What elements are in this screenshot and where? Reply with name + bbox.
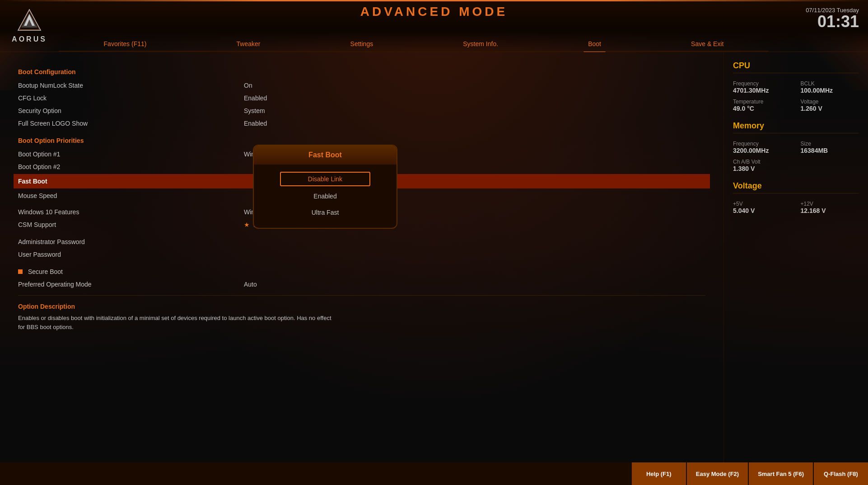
- boot2-label: Boot Option #2: [18, 163, 244, 170]
- v5-value: 5.040 V: [733, 207, 792, 214]
- fast-boot-label: Fast Boot: [18, 178, 244, 185]
- tab-tweaker[interactable]: Tweaker: [232, 38, 265, 49]
- v12-label: +12V: [801, 201, 859, 207]
- voltage-grid: +5V 5.040 V +12V 12.168 V: [733, 198, 859, 214]
- cpu-temp-value: 49.0 °C: [733, 105, 792, 112]
- option-desc-header: Option Description: [18, 303, 705, 310]
- secureboot-label: Secure Boot: [18, 268, 244, 275]
- csm-label: CSM Support: [18, 221, 244, 228]
- cpu-freq-label: Frequency: [733, 80, 792, 87]
- smart-fan-button[interactable]: Smart Fan 5 (F6): [749, 462, 813, 485]
- boot-priorities-header: Boot Option Priorities: [18, 137, 705, 144]
- logo-area: AORUS: [0, 4, 59, 48]
- popup-option-disable-link[interactable]: Disable Link: [280, 172, 370, 186]
- v12-value: 12.168 V: [801, 207, 859, 214]
- easy-mode-button[interactable]: Easy Mode (F2): [687, 462, 748, 485]
- cpu-bclk-label: BCLK: [801, 80, 859, 87]
- popup-title: Fast Boot: [254, 146, 397, 165]
- tab-save-exit[interactable]: Save & Exit: [686, 38, 728, 49]
- settings-row-prefmode: Preferred Operating Mode Auto: [18, 278, 705, 291]
- nav-tabs: Favorites (F11) Tweaker Settings System …: [59, 38, 769, 49]
- security-label: Security Option: [18, 107, 244, 114]
- nav-line: [59, 51, 769, 52]
- cpu-temp-label: Temperature: [733, 99, 792, 105]
- left-panel: Boot Configuration Bootup NumLock State …: [0, 52, 723, 462]
- settings-row-numlock: Bootup NumLock State On: [18, 79, 705, 92]
- bottom-bar: Help (F1) Easy Mode (F2) Smart Fan 5 (F6…: [0, 462, 868, 485]
- tab-favorites[interactable]: Favorites (F11): [99, 38, 151, 49]
- logo-value[interactable]: Enabled: [244, 120, 267, 127]
- boot1-label: Boot Option #1: [18, 151, 244, 158]
- numlock-value[interactable]: On: [244, 82, 252, 89]
- mem-size-label: Size: [801, 141, 859, 147]
- mem-freq-label: Frequency: [733, 141, 792, 147]
- csm-star: ★: [244, 221, 250, 228]
- cpu-title: CPU: [733, 61, 859, 73]
- settings-row-adminpass: Administrator Password: [18, 235, 705, 248]
- title-area: ADVANCED MODE: [360, 5, 508, 19]
- secureboot-indicator: [18, 269, 23, 274]
- mem-chvolt-value: 1.380 V: [733, 165, 792, 172]
- memory-title: Memory: [733, 121, 859, 133]
- popup-option-ultrafast[interactable]: Ultra Fast: [280, 206, 370, 219]
- mouse-label: Mouse Speed: [18, 192, 244, 199]
- cpu-volt-label: Voltage: [801, 99, 859, 105]
- tab-system-info[interactable]: System Info.: [458, 38, 503, 49]
- numlock-label: Bootup NumLock State: [18, 82, 244, 89]
- win10-label: Windows 10 Features: [18, 208, 244, 216]
- security-value[interactable]: System: [244, 107, 265, 114]
- option-description-section: [0, 462, 631, 485]
- popup-options: Disable Link Enabled Ultra Fast: [254, 165, 397, 228]
- help-button[interactable]: Help (F1): [632, 462, 686, 485]
- memory-stats: Memory Frequency 3200.00MHz Size 16384MB…: [733, 121, 859, 172]
- cpu-freq-value: 4701.30MHz: [733, 87, 792, 94]
- top-accent: [0, 0, 868, 1]
- cpu-bclk-value: 100.00MHz: [801, 87, 859, 94]
- cpu-grid: Frequency 4701.30MHz BCLK 100.00MHz Temp…: [733, 78, 859, 112]
- prefmode-value[interactable]: Auto: [244, 281, 257, 288]
- logo-label: Full Screen LOGO Show: [18, 120, 244, 127]
- voltage-stats: Voltage +5V 5.040 V +12V 12.168 V: [733, 181, 859, 214]
- bottom-buttons: Help (F1) Easy Mode (F2) Smart Fan 5 (F6…: [631, 462, 868, 485]
- popup-option-enabled[interactable]: Enabled: [280, 190, 370, 202]
- main-content: Boot Configuration Bootup NumLock State …: [0, 52, 868, 462]
- qflash-button[interactable]: Q-Flash (F8): [814, 462, 868, 485]
- settings-row-logo: Full Screen LOGO Show Enabled: [18, 117, 705, 130]
- fast-boot-popup[interactable]: Fast Boot Disable Link Enabled Ultra Fas…: [253, 145, 397, 229]
- settings-row-secureboot: Secure Boot: [18, 265, 705, 278]
- option-desc-text: Enables or disables boot with initializa…: [18, 314, 334, 331]
- adminpass-label: Administrator Password: [18, 238, 244, 245]
- aorus-logo-icon: [16, 9, 43, 33]
- settings-row-cfglock: CFG Lock Enabled: [18, 92, 705, 104]
- cpu-stats: CPU Frequency 4701.30MHz BCLK 100.00MHz …: [733, 61, 859, 112]
- divider: [18, 295, 705, 296]
- cpu-volt-value: 1.260 V: [801, 105, 859, 112]
- prefmode-label: Preferred Operating Mode: [18, 281, 244, 288]
- tab-boot[interactable]: Boot: [583, 38, 606, 49]
- v5-label: +5V: [733, 201, 792, 207]
- logo-text: AORUS: [12, 35, 47, 43]
- voltage-title: Voltage: [733, 181, 859, 193]
- settings-row-security: Security Option System: [18, 104, 705, 117]
- boot-config-header: Boot Configuration: [18, 68, 705, 75]
- datetime-time: 01:31: [806, 14, 859, 30]
- mem-size-value: 16384MB: [801, 147, 859, 154]
- cfglock-label: CFG Lock: [18, 94, 244, 102]
- datetime-area: 07/11/2023 Tuesday 01:31: [806, 7, 859, 30]
- right-panel: CPU Frequency 4701.30MHz BCLK 100.00MHz …: [723, 52, 868, 462]
- mem-freq-value: 3200.00MHz: [733, 147, 792, 154]
- tab-settings[interactable]: Settings: [346, 38, 378, 49]
- page-title: ADVANCED MODE: [360, 5, 508, 19]
- settings-row-userpass: User Password: [18, 248, 705, 261]
- userpass-label: User Password: [18, 251, 244, 258]
- memory-grid: Frequency 3200.00MHz Size 16384MB Ch A/B…: [733, 138, 859, 172]
- mem-chvolt-label: Ch A/B Volt: [733, 159, 792, 165]
- cfglock-value[interactable]: Enabled: [244, 94, 267, 102]
- header: AORUS ADVANCED MODE 07/11/2023 Tuesday 0…: [0, 0, 868, 52]
